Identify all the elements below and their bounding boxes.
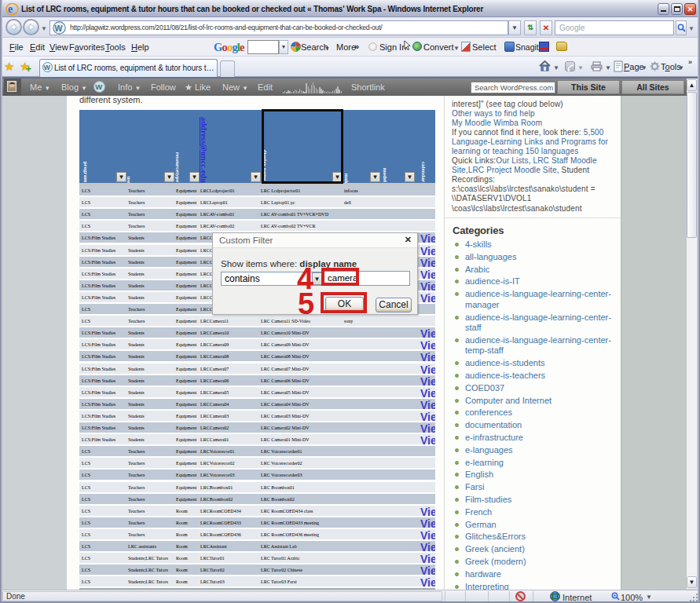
svg-text:W: W: [44, 64, 51, 71]
svg-text:W: W: [54, 24, 62, 33]
svg-text:W: W: [95, 82, 102, 91]
svg-text:e: e: [8, 3, 13, 15]
